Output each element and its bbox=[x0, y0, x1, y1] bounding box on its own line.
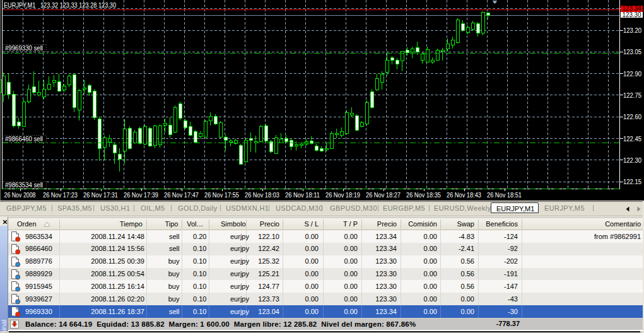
svg-text:26 Nov 17:47: 26 Nov 17:47 bbox=[164, 191, 199, 199]
svg-text:122.90: 122.90 bbox=[623, 70, 641, 78]
svg-text:123.30: 123.30 bbox=[623, 11, 641, 18]
svg-text:26 Nov 18:35: 26 Nov 18:35 bbox=[406, 191, 441, 199]
svg-text:122.15: 122.15 bbox=[623, 178, 641, 185]
svg-text:26 Nov 18:19: 26 Nov 18:19 bbox=[325, 191, 360, 199]
svg-text:26 Nov 18:51: 26 Nov 18:51 bbox=[487, 191, 522, 199]
svg-text:#9866460 sell: #9866460 sell bbox=[5, 135, 43, 143]
svg-text:26 Nov 17:55: 26 Nov 17:55 bbox=[204, 191, 239, 199]
svg-text:123.05: 123.05 bbox=[623, 48, 641, 56]
svg-text:26 Nov 18:27: 26 Nov 18:27 bbox=[366, 191, 401, 199]
svg-text:26 Nov 18:43: 26 Nov 18:43 bbox=[447, 191, 481, 199]
svg-text:122.45: 122.45 bbox=[623, 135, 641, 143]
svg-text:26 Nov 18:11: 26 Nov 18:11 bbox=[285, 191, 320, 199]
svg-text:26 Nov 2008: 26 Nov 2008 bbox=[4, 191, 36, 199]
svg-text:122.60: 122.60 bbox=[623, 113, 641, 120]
svg-text:26 Nov 17:39: 26 Nov 17:39 bbox=[124, 191, 158, 199]
svg-text:26 Nov 18:03: 26 Nov 18:03 bbox=[245, 191, 279, 199]
svg-text:122.75: 122.75 bbox=[623, 91, 641, 99]
svg-text:26 Nov 17:31: 26 Nov 17:31 bbox=[83, 191, 118, 199]
svg-text:EURJPY,M1 123.32 123.33 123.: EURJPY,M1 123.32 123.33 123.28 123.30 bbox=[4, 1, 116, 9]
svg-text:#9969330 sell: #9969330 sell bbox=[5, 44, 43, 52]
svg-text:#9863534 sell: #9863534 sell bbox=[5, 181, 43, 189]
svg-text:26 Nov 17:23: 26 Nov 17:23 bbox=[43, 191, 78, 199]
svg-text:122.30: 122.30 bbox=[623, 156, 641, 164]
svg-text:123.20: 123.20 bbox=[623, 26, 641, 34]
